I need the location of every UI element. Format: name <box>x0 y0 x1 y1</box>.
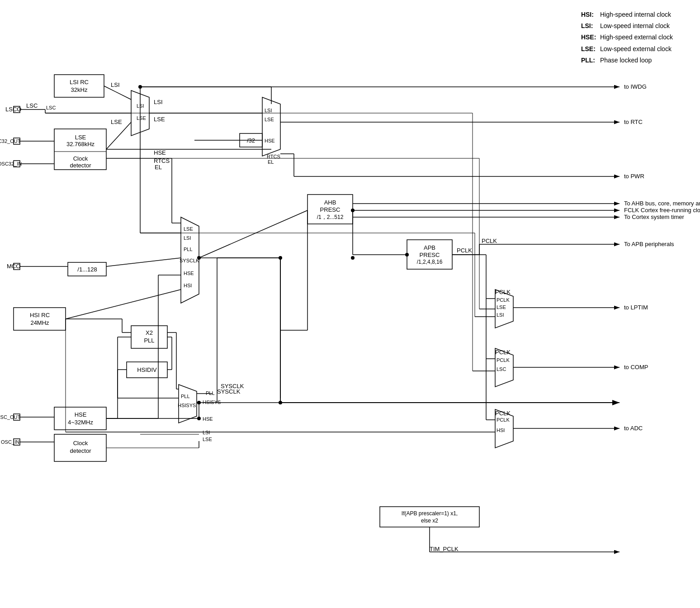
svg-text:LSCO: LSCO <box>5 106 21 113</box>
svg-text:TIM_PCLK: TIM_PCLK <box>430 546 459 552</box>
svg-text:to ADC: to ADC <box>624 425 643 432</box>
lse-rtcsel-label: LSE <box>154 116 165 123</box>
svg-text:X2: X2 <box>146 329 153 336</box>
svg-text:PLL: PLL <box>144 337 154 344</box>
svg-text:32kHz: 32kHz <box>71 86 88 93</box>
svg-text:MCO: MCO <box>7 263 20 270</box>
svg-text:To APB peripherals: To APB peripherals <box>624 241 674 247</box>
svg-text:LSE: LSE <box>203 437 212 442</box>
clock-tree-svg: LSI RC 32kHz LSE 32.768kHz Clock detecto… <box>0 0 700 608</box>
svg-text:PCLK: PCLK <box>482 238 497 244</box>
svg-rect-13 <box>54 407 106 430</box>
svg-text:LSC: LSC <box>26 102 38 109</box>
svg-text:PCLK: PCLK <box>495 289 511 295</box>
svg-text:to PWR: to PWR <box>624 173 644 180</box>
svg-text:to RTC: to RTC <box>624 119 643 125</box>
svg-text:PRESC: PRESC <box>320 206 341 213</box>
svg-text:HSIDIV: HSIDIV <box>137 366 157 373</box>
svg-rect-36 <box>380 507 479 527</box>
svg-text:to LPTIM: to LPTIM <box>624 304 648 311</box>
rtcsel-el-label: EL <box>155 164 162 171</box>
svg-line-77 <box>106 122 131 149</box>
svg-text:Clock: Clock <box>73 155 88 162</box>
svg-text:If(APB prescaler=1) x1,: If(APB prescaler=1) x1, <box>402 510 458 517</box>
svg-rect-1 <box>54 75 104 97</box>
svg-text:PCLK: PCLK <box>495 410 511 417</box>
svg-text:HSI RC: HSI RC <box>30 312 50 318</box>
svg-text:PLL: PLL <box>184 247 193 252</box>
svg-text:LSE: LSE <box>137 115 146 121</box>
svg-text:/1，2...512: /1，2...512 <box>317 214 344 220</box>
svg-text:PRESC: PRESC <box>420 252 440 258</box>
svg-text:EL: EL <box>268 159 274 165</box>
svg-text:32.768kHz: 32.768kHz <box>66 141 95 147</box>
svg-text:LSI RC: LSI RC <box>70 79 89 86</box>
svg-text:FCLK Cortex free-running clock: FCLK Cortex free-running clock <box>624 207 700 214</box>
svg-text:LSE: LSE <box>497 304 506 310</box>
hse-rtcsel-label: HSE <box>154 149 166 156</box>
svg-text:HSI: HSI <box>184 283 192 288</box>
svg-text:LSI: LSI <box>203 430 210 435</box>
svg-text:APB: APB <box>424 244 435 251</box>
svg-text:SYSCLK: SYSCLK <box>180 258 199 263</box>
svg-text:OSC_IN: OSC_IN <box>1 439 19 445</box>
svg-text:PCLK: PCLK <box>495 349 511 356</box>
svg-text:/1...128: /1...128 <box>77 266 97 273</box>
svg-marker-42 <box>262 97 280 156</box>
svg-text:PCLK: PCLK <box>457 247 472 254</box>
lse-label-mux: LSE <box>111 119 122 125</box>
svg-text:LSC: LSC <box>46 105 56 110</box>
lsi-rtcsel-label: LSI <box>154 99 163 105</box>
svg-text:To Cortex system timer: To Cortex system timer <box>624 214 685 220</box>
svg-text:PCLK: PCLK <box>497 357 510 363</box>
svg-text:LSE: LSE <box>184 226 193 232</box>
svg-text:24MHz: 24MHz <box>30 319 49 326</box>
svg-text:LSI: LSI <box>497 312 504 318</box>
svg-text:LSI: LSI <box>184 235 191 241</box>
svg-text:AHB: AHB <box>324 199 336 206</box>
svg-text:HSE: HSE <box>75 411 87 418</box>
svg-text:4~32MHz: 4~32MHz <box>68 419 93 426</box>
svg-text:OSC_OUT: OSC_OUT <box>0 414 20 420</box>
svg-text:to IWDG: to IWDG <box>624 83 647 90</box>
svg-text:else x2: else x2 <box>421 518 438 524</box>
svg-text:PCLK: PCLK <box>497 297 510 303</box>
svg-text:SYSCLK: SYSCLK <box>221 383 244 390</box>
svg-point-73 <box>351 256 355 260</box>
svg-text:LSI: LSI <box>265 108 272 113</box>
diagram-container: HSI:High-speed internal clockLSI:Low-spe… <box>0 0 700 608</box>
svg-text:HSI: HSI <box>497 428 505 433</box>
svg-text:PLL: PLL <box>206 390 215 396</box>
svg-text:HSISYS: HSISYS <box>178 403 196 408</box>
svg-text:to COMP: to COMP <box>624 364 648 370</box>
svg-text:LSC: LSC <box>497 366 506 372</box>
svg-text:OSC32_IN: OSC32_IN <box>0 161 22 166</box>
svg-text:PLL: PLL <box>181 394 190 399</box>
rtcsel-label: RTCS <box>154 157 170 164</box>
svg-text:LSE: LSE <box>265 117 274 122</box>
svg-text:Clock: Clock <box>73 440 88 446</box>
svg-text:HSE: HSE <box>265 138 275 143</box>
svg-text:/1,2,4,8,16: /1,2,4,8,16 <box>417 259 443 265</box>
svg-text:HSE: HSE <box>203 416 213 422</box>
svg-text:HSE: HSE <box>184 271 194 276</box>
svg-text:PCLK: PCLK <box>497 417 510 423</box>
svg-text:OSC32_OUT: OSC32_OUT <box>0 138 21 144</box>
svg-line-98 <box>199 210 307 258</box>
lsi-label-mux: LSI <box>111 81 120 88</box>
svg-text:detector: detector <box>70 162 92 169</box>
svg-text:HSISYS: HSISYS <box>203 399 221 405</box>
svg-text:LSE: LSE <box>75 134 86 141</box>
svg-line-120 <box>106 258 181 266</box>
svg-text:detector: detector <box>70 447 92 454</box>
svg-text:To AHB bus, core, memory and D: To AHB bus, core, memory and DMA <box>624 200 700 207</box>
svg-rect-10 <box>14 308 66 330</box>
svg-line-108 <box>66 290 181 319</box>
